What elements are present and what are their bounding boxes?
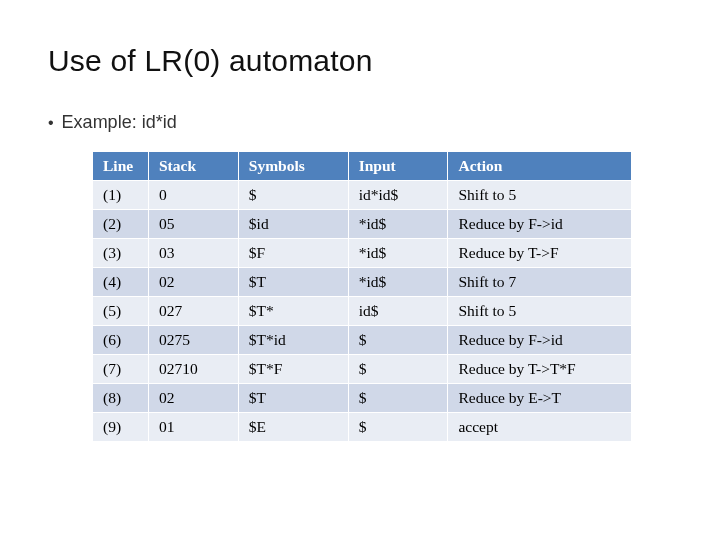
- cell-stack: 0275: [148, 326, 238, 355]
- table-row: (7) 02710 $T*F $ Reduce by T->T*F: [93, 355, 632, 384]
- cell-symbols: $T: [238, 268, 348, 297]
- cell-action: Shift to 7: [448, 268, 632, 297]
- table-row: (9) 01 $E $ accept: [93, 413, 632, 442]
- col-header-input: Input: [348, 152, 448, 181]
- table-row: (3) 03 $F *id$ Reduce by T->F: [93, 239, 632, 268]
- parse-table-wrap: Line Stack Symbols Input Action (1) 0 $ …: [48, 151, 672, 442]
- cell-input: $: [348, 355, 448, 384]
- cell-input: $: [348, 413, 448, 442]
- cell-stack: 0: [148, 181, 238, 210]
- cell-line: (6): [93, 326, 149, 355]
- slide-title: Use of LR(0) automaton: [48, 44, 672, 78]
- cell-action: Reduce by T->F: [448, 239, 632, 268]
- cell-action: Reduce by E->T: [448, 384, 632, 413]
- cell-action: Shift to 5: [448, 181, 632, 210]
- cell-line: (7): [93, 355, 149, 384]
- col-header-stack: Stack: [148, 152, 238, 181]
- cell-line: (3): [93, 239, 149, 268]
- cell-action: accept: [448, 413, 632, 442]
- example-bullet: • Example: id*id: [48, 112, 672, 133]
- parse-steps-table: Line Stack Symbols Input Action (1) 0 $ …: [92, 151, 632, 442]
- cell-action: Reduce by F->id: [448, 326, 632, 355]
- cell-stack: 02: [148, 268, 238, 297]
- cell-line: (9): [93, 413, 149, 442]
- cell-symbols: $F: [238, 239, 348, 268]
- table-row: (2) 05 $id *id$ Reduce by F->id: [93, 210, 632, 239]
- cell-line: (1): [93, 181, 149, 210]
- table-row: (4) 02 $T *id$ Shift to 7: [93, 268, 632, 297]
- cell-stack: 03: [148, 239, 238, 268]
- cell-action: Reduce by T->T*F: [448, 355, 632, 384]
- cell-action: Reduce by F->id: [448, 210, 632, 239]
- table-header-row: Line Stack Symbols Input Action: [93, 152, 632, 181]
- cell-symbols: $E: [238, 413, 348, 442]
- cell-stack: 05: [148, 210, 238, 239]
- cell-input: id$: [348, 297, 448, 326]
- bullet-dot-icon: •: [48, 115, 54, 131]
- cell-symbols: $T: [238, 384, 348, 413]
- table-row: (6) 0275 $T*id $ Reduce by F->id: [93, 326, 632, 355]
- cell-line: (8): [93, 384, 149, 413]
- cell-symbols: $id: [238, 210, 348, 239]
- cell-symbols: $T*F: [238, 355, 348, 384]
- cell-input: *id$: [348, 239, 448, 268]
- cell-stack: 027: [148, 297, 238, 326]
- col-header-symbols: Symbols: [238, 152, 348, 181]
- cell-input: $: [348, 326, 448, 355]
- cell-line: (4): [93, 268, 149, 297]
- cell-line: (2): [93, 210, 149, 239]
- col-header-action: Action: [448, 152, 632, 181]
- table-row: (5) 027 $T* id$ Shift to 5: [93, 297, 632, 326]
- table-row: (8) 02 $T $ Reduce by E->T: [93, 384, 632, 413]
- cell-input: id*id$: [348, 181, 448, 210]
- cell-stack: 02: [148, 384, 238, 413]
- cell-stack: 01: [148, 413, 238, 442]
- cell-input: $: [348, 384, 448, 413]
- col-header-line: Line: [93, 152, 149, 181]
- cell-line: (5): [93, 297, 149, 326]
- cell-input: *id$: [348, 210, 448, 239]
- cell-action: Shift to 5: [448, 297, 632, 326]
- example-text: Example: id*id: [62, 112, 177, 133]
- cell-symbols: $: [238, 181, 348, 210]
- cell-symbols: $T*id: [238, 326, 348, 355]
- table-row: (1) 0 $ id*id$ Shift to 5: [93, 181, 632, 210]
- cell-symbols: $T*: [238, 297, 348, 326]
- cell-input: *id$: [348, 268, 448, 297]
- cell-stack: 02710: [148, 355, 238, 384]
